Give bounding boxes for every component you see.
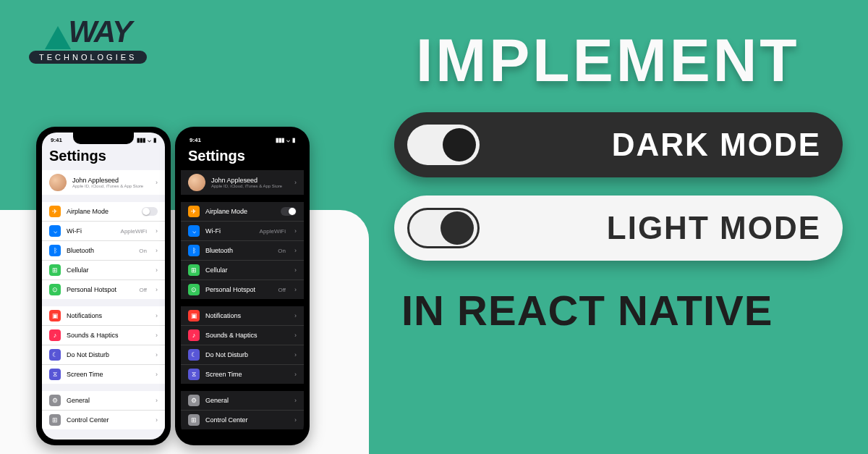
profile-group: John Appleseed Apple ID, iCloud, iTunes … [181,170,304,195]
status-time: 9:41 [51,137,62,143]
settings-row[interactable]: ⌵ Wi-FiAppleWiFi› [42,222,165,241]
settings-row[interactable]: ⧖ Screen Time› [181,365,304,384]
status-icons: ▮▮▮ ⌵ ▮ [276,137,295,143]
row-toggle[interactable] [281,207,297,216]
avatar [49,174,67,191]
settings-row[interactable]: ☾ Do Not Disturb› [42,345,165,365]
settings-row[interactable]: ♪ Sounds & Haptics› [181,326,304,345]
settings-row[interactable]: ⧖ Screen Time› [42,365,165,384]
logo-brand: WAY [68,14,131,49]
subheadline: IN REACT NATIVE [401,286,773,335]
row-label: Personal Hotspot [67,286,133,293]
row-icon: ☾ [188,349,200,361]
connectivity-group: ✈ Airplane Mode ⌵ Wi-FiAppleWiFi› ᛒ Blue… [42,202,165,299]
phone-mockups: 9:41 ▮▮▮ ⌵ ▮ Settings John Appleseed App… [36,127,310,445]
row-icon: ☾ [49,349,61,361]
row-label: Control Center [67,416,147,424]
settings-row[interactable]: ⊞ Control Center› [42,411,165,429]
chevron-right-icon: › [156,332,158,339]
settings-row[interactable]: ⌵ Wi-FiAppleWiFi› [181,222,304,241]
phone-notch-icon [73,133,134,144]
dark-mode-toggle[interactable] [407,125,480,165]
battery-icon: ▮ [153,137,156,143]
row-icon: ⌵ [188,225,200,237]
row-label: Bluetooth [205,247,272,254]
wifi-icon: ⌵ [148,137,151,143]
row-label: Bluetooth [67,247,133,254]
alerts-group: ▣ Notifications› ♪ Sounds & Haptics› ☾ D… [181,306,304,384]
settings-row[interactable]: ▣ Notifications› [42,306,165,326]
settings-row[interactable]: ⚙ General› [42,391,165,411]
chevron-right-icon: › [294,332,297,339]
row-label: Cellular [205,266,286,274]
chevron-right-icon: › [294,247,297,254]
connectivity-group: ✈ Airplane Mode ⌵ Wi-FiAppleWiFi› ᛒ Blue… [181,202,304,299]
page-title: Settings [42,145,165,170]
row-value: On [139,248,147,254]
settings-row[interactable]: ᛒ BluetoothOn› [181,241,304,261]
status-time: 9:41 [190,137,201,143]
row-icon: ⊙ [188,284,200,295]
phone-light: 9:41 ▮▮▮ ⌵ ▮ Settings John Appleseed App… [36,127,171,445]
logo: WAY TECHNOLOGIES [29,14,147,64]
settings-row[interactable]: ☾ Do Not Disturb› [181,345,304,365]
light-mode-pill: LIGHT MODE [394,196,843,261]
signal-icon: ▮▮▮ [276,137,284,143]
profile-group: John Appleseed Apple ID, iCloud, iTunes … [42,170,165,195]
settings-row[interactable]: ▣ Notifications› [181,306,304,326]
row-icon: ♪ [188,329,200,341]
settings-row[interactable]: ✈ Airplane Mode [42,202,165,222]
chevron-right-icon: › [156,247,158,254]
settings-row[interactable]: ⊙ Personal HotspotOff› [42,280,165,299]
row-icon: ♪ [49,329,61,341]
toggle-knob-icon [443,128,476,161]
row-icon: ✈ [188,206,200,217]
phone-dark: 9:41 ▮▮▮ ⌵ ▮ Settings John Appleseed App… [175,127,310,445]
settings-row[interactable]: ⊞ Control Center› [181,411,304,429]
profile-name: John Appleseed [72,177,147,184]
row-value: Off [278,287,286,293]
settings-row[interactable]: ⚙ General› [181,391,304,411]
profile-row[interactable]: John Appleseed Apple ID, iCloud, iTunes … [42,170,165,195]
row-label: Screen Time [205,371,286,378]
row-icon: ▣ [188,310,200,321]
settings-row[interactable]: ⊞ Cellular› [42,261,165,280]
chevron-right-icon: › [156,227,158,235]
settings-row[interactable]: ᛒ BluetoothOn› [42,241,165,261]
light-mode-label: LIGHT MODE [607,210,821,246]
settings-row[interactable]: ♪ Sounds & Haptics› [42,326,165,345]
row-label: Notifications [205,312,286,319]
chevron-right-icon: › [294,286,297,293]
row-icon: ⊞ [188,414,200,426]
row-value: AppleWiFi [121,228,147,235]
chevron-right-icon: › [156,371,158,378]
chevron-right-icon: › [156,312,158,319]
row-label: Wi-Fi [67,227,115,235]
row-icon: ⚙ [49,395,61,406]
row-icon: ⧖ [188,369,200,380]
row-toggle[interactable] [142,207,158,216]
row-label: Airplane Mode [205,208,275,215]
row-icon: ⊞ [188,264,200,276]
phone-notch-icon [212,133,273,144]
chevron-right-icon: › [294,312,297,319]
settings-row[interactable]: ⊞ Cellular› [181,261,304,280]
battery-icon: ▮ [292,137,295,143]
chevron-right-icon: › [294,397,297,404]
logo-mark-icon [45,26,71,49]
settings-row[interactable]: ✈ Airplane Mode [181,202,304,222]
light-mode-toggle[interactable] [407,208,480,248]
profile-row[interactable]: John Appleseed Apple ID, iCloud, iTunes … [181,170,304,195]
settings-row[interactable]: ⊙ Personal HotspotOff› [181,280,304,299]
chevron-right-icon: › [294,416,297,424]
chevron-right-icon: › [156,286,158,293]
row-icon: ▣ [49,310,61,321]
chevron-right-icon: › [294,351,297,358]
signal-icon: ▮▮▮ [137,137,145,143]
row-icon: ⧖ [49,369,61,380]
row-label: Personal Hotspot [205,286,272,293]
chevron-right-icon: › [294,179,297,186]
row-icon: ⊞ [49,264,61,276]
row-icon: ⚙ [188,395,200,406]
row-label: General [67,397,147,404]
